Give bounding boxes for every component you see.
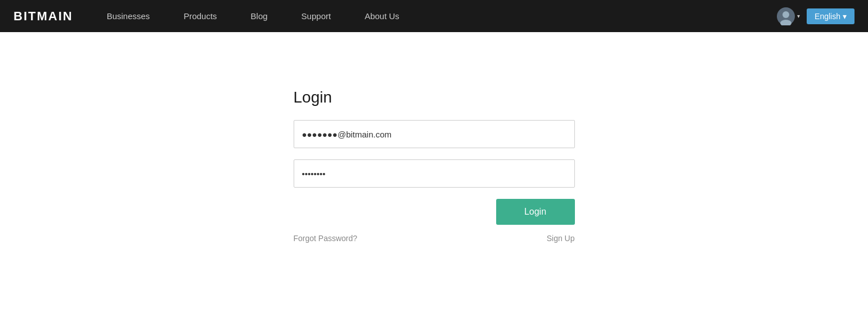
- language-label: English: [815, 12, 840, 21]
- user-avatar-icon: [777, 7, 795, 25]
- nav-businesses[interactable]: Businesses: [107, 11, 150, 21]
- password-input[interactable]: [294, 159, 575, 188]
- language-chevron-icon: ▾: [843, 12, 847, 21]
- language-button[interactable]: English ▾: [807, 8, 854, 24]
- password-group: [294, 159, 575, 188]
- login-container: Login Login Forgot Password? Sign Up: [294, 88, 575, 243]
- main-header: BITMAIN Businesses Products Blog Support…: [0, 0, 868, 32]
- nav-products[interactable]: Products: [183, 11, 217, 21]
- login-button[interactable]: Login: [496, 199, 575, 225]
- svg-point-1: [782, 11, 789, 18]
- user-account-button[interactable]: ▾: [777, 7, 800, 25]
- user-chevron-icon: ▾: [797, 13, 800, 19]
- header-right: ▾ English ▾: [777, 7, 854, 25]
- sign-up-link[interactable]: Sign Up: [547, 234, 575, 243]
- main-content: Login Login Forgot Password? Sign Up: [0, 32, 868, 243]
- nav-support[interactable]: Support: [302, 11, 331, 21]
- email-group: [294, 120, 575, 148]
- email-input[interactable]: [294, 120, 575, 148]
- login-title: Login: [294, 88, 575, 106]
- form-footer: Forgot Password? Sign Up: [294, 234, 575, 243]
- main-nav: Businesses Products Blog Support About U…: [107, 11, 777, 21]
- nav-about-us[interactable]: About Us: [365, 11, 399, 21]
- nav-blog[interactable]: Blog: [251, 11, 268, 21]
- form-actions: Login: [294, 199, 575, 225]
- logo: BITMAIN: [14, 9, 73, 24]
- forgot-password-link[interactable]: Forgot Password?: [294, 234, 358, 243]
